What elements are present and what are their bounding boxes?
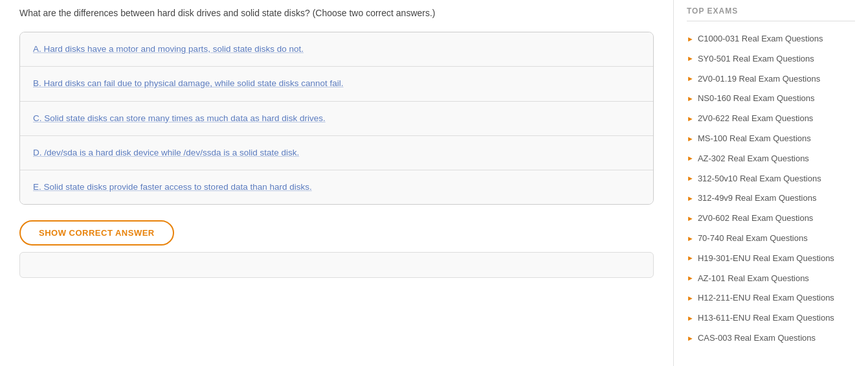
page-wrapper: What are the differences between hard di… xyxy=(0,0,868,366)
sidebar-item[interactable]: ►NS0-160 Real Exam Questions xyxy=(687,89,855,109)
sidebar-arrow-icon: ► xyxy=(687,313,694,325)
sidebar-item[interactable]: ►70-740 Real Exam Questions xyxy=(687,229,855,249)
sidebar-item-label: 312-50v10 Real Exam Questions xyxy=(698,172,821,186)
sidebar-arrow-icon: ► xyxy=(687,73,694,85)
option-row[interactable]: D. /dev/sda is a hard disk device while … xyxy=(20,136,653,170)
sidebar-arrow-icon: ► xyxy=(687,153,694,165)
option-row[interactable]: E. Solid state disks provide faster acce… xyxy=(20,170,653,204)
sidebar: TOP EXAMS ►C1000-031 Real Exam Questions… xyxy=(674,0,868,366)
question-text: What are the differences between hard di… xyxy=(19,6,654,20)
sidebar-item[interactable]: ►AZ-101 Real Exam Questions xyxy=(687,269,855,289)
sidebar-item[interactable]: ►CAS-003 Real Exam Questions xyxy=(687,328,855,349)
sidebar-item-label: NS0-160 Real Exam Questions xyxy=(698,92,815,106)
sidebar-item[interactable]: ►2V0-602 Real Exam Questions xyxy=(687,209,855,229)
sidebar-arrow-icon: ► xyxy=(687,233,694,245)
sidebar-arrow-icon: ► xyxy=(687,293,694,304)
sidebar-arrow-icon: ► xyxy=(687,213,694,225)
option-row[interactable]: B. Hard disks can fail due to physical d… xyxy=(20,67,653,101)
sidebar-arrow-icon: ► xyxy=(687,113,694,125)
sidebar-item-label: AZ-101 Real Exam Questions xyxy=(698,272,809,286)
sidebar-item-label: 2V0-622 Real Exam Questions xyxy=(698,112,813,126)
sidebar-arrow-icon: ► xyxy=(687,173,694,185)
sidebar-item[interactable]: ►2V0-01.19 Real Exam Questions xyxy=(687,69,855,89)
option-label-D: D. /dev/sda is a hard disk device while … xyxy=(33,148,299,157)
sidebar-arrow-icon: ► xyxy=(687,333,694,345)
options-container: A. Hard disks have a motor and moving pa… xyxy=(19,32,654,205)
sidebar-item-label: H13-611-ENU Real Exam Questions xyxy=(698,312,834,325)
sidebar-item[interactable]: ►SY0-501 Real Exam Questions xyxy=(687,49,855,69)
sidebar-title: TOP EXAMS xyxy=(687,6,855,21)
option-label-B: B. Hard disks can fail due to physical d… xyxy=(33,78,344,88)
sidebar-arrow-icon: ► xyxy=(687,34,694,45)
sidebar-arrow-icon: ► xyxy=(687,253,694,264)
sidebar-item-label: 70-740 Real Exam Questions xyxy=(698,232,808,246)
sidebar-item[interactable]: ►H13-611-ENU Real Exam Questions xyxy=(687,308,855,328)
sidebar-arrow-icon: ► xyxy=(687,93,694,105)
sidebar-item[interactable]: ►2V0-622 Real Exam Questions xyxy=(687,109,855,129)
sidebar-item-label: H12-211-ENU Real Exam Questions xyxy=(698,292,834,305)
sidebar-item-label: AZ-302 Real Exam Questions xyxy=(698,152,809,166)
sidebar-item-label: 2V0-602 Real Exam Questions xyxy=(698,212,813,225)
option-row[interactable]: C. Solid state disks can store many time… xyxy=(20,102,653,136)
sidebar-item[interactable]: ►H12-211-ENU Real Exam Questions xyxy=(687,288,855,308)
sidebar-item[interactable]: ►312-49v9 Real Exam Questions xyxy=(687,189,855,209)
sidebar-item[interactable]: ►AZ-302 Real Exam Questions xyxy=(687,149,855,169)
show-correct-answer-button[interactable]: SHOW CORRECT ANSWER xyxy=(19,220,174,246)
sidebar-arrow-icon: ► xyxy=(687,133,694,145)
sidebar-item[interactable]: ►312-50v10 Real Exam Questions xyxy=(687,169,855,189)
sidebar-item-label: SY0-501 Real Exam Questions xyxy=(698,52,814,66)
sidebar-item[interactable]: ►H19-301-ENU Real Exam Questions xyxy=(687,249,855,269)
sidebar-arrow-icon: ► xyxy=(687,273,694,284)
sidebar-item-label: H19-301-ENU Real Exam Questions xyxy=(698,252,834,266)
sidebar-item-label: 312-49v9 Real Exam Questions xyxy=(698,192,817,205)
sidebar-item-label: CAS-003 Real Exam Questions xyxy=(698,332,816,345)
sidebar-item[interactable]: ►C1000-031 Real Exam Questions xyxy=(687,29,855,49)
sidebar-arrow-icon: ► xyxy=(687,53,694,65)
sidebar-item[interactable]: ►MS-100 Real Exam Questions xyxy=(687,129,855,149)
sidebar-item-label: 2V0-01.19 Real Exam Questions xyxy=(698,73,820,86)
sidebar-item-label: C1000-031 Real Exam Questions xyxy=(698,32,823,46)
option-row[interactable]: A. Hard disks have a motor and moving pa… xyxy=(20,32,653,67)
bottom-card xyxy=(19,252,654,278)
sidebar-arrow-icon: ► xyxy=(687,193,694,205)
main-content: What are the differences between hard di… xyxy=(0,0,674,366)
option-label-C: C. Solid state disks can store many time… xyxy=(33,113,326,123)
sidebar-item-label: MS-100 Real Exam Questions xyxy=(698,132,811,146)
option-label-E: E. Solid state disks provide faster acce… xyxy=(33,182,312,192)
option-label-A: A. Hard disks have a motor and moving pa… xyxy=(33,44,304,54)
